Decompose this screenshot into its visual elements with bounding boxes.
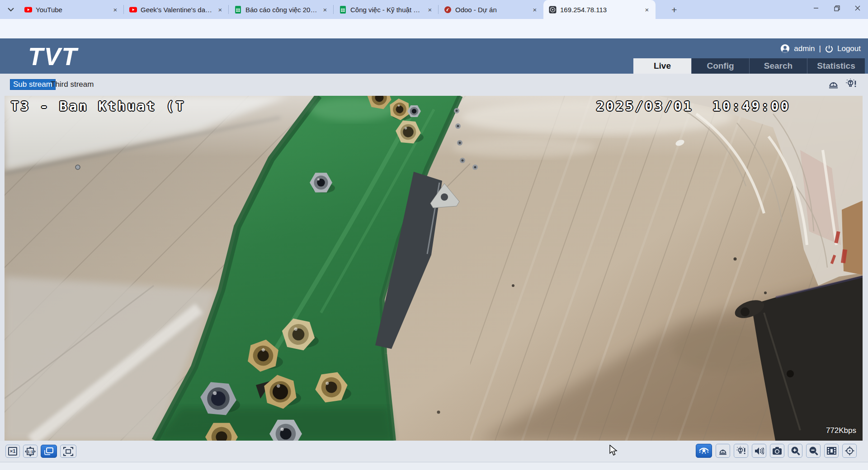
close-icon[interactable]: ×	[643, 5, 651, 14]
sub-stream-button[interactable]: Sub stream	[10, 79, 56, 90]
youtube-icon	[129, 6, 137, 14]
tab-live[interactable]: Live	[633, 58, 691, 74]
white-light-status-icon[interactable]	[845, 78, 858, 90]
zoom-out-button[interactable]	[806, 444, 821, 458]
tab-title: Geek's Valentine's day: Everbloc	[141, 6, 212, 14]
tab-bao-cao[interactable]: Báo cáo công việc 2024 - Goog ×	[229, 0, 334, 19]
browser-window: YouTube × Geek's Valentine's day: Everbl…	[0, 0, 868, 470]
youtube-icon	[24, 6, 32, 14]
close-icon[interactable]: ×	[216, 5, 224, 14]
scale-1x-icon: ×1	[8, 447, 18, 456]
live-view-toggle-button[interactable]	[696, 444, 712, 458]
sheets-icon	[234, 6, 242, 14]
maximize-icon	[834, 5, 840, 11]
alarm-icon	[718, 446, 728, 456]
mouse-cursor	[609, 445, 618, 456]
tab-config[interactable]: Config	[691, 58, 749, 74]
logout-button[interactable]: Logout	[837, 44, 861, 53]
alarm-button[interactable]	[716, 444, 730, 458]
chevron-down-icon	[8, 8, 14, 12]
tab-title: YouTube	[36, 6, 108, 14]
alarm-status-icon[interactable]	[827, 78, 840, 90]
minimize-button[interactable]	[806, 0, 826, 16]
snapshot-camera-icon	[772, 446, 782, 455]
camera-favicon-icon	[549, 6, 557, 14]
osd-timestamp: 2025/03/01 10:49:00	[596, 99, 790, 114]
odoo-icon	[444, 6, 452, 14]
camera-scene	[5, 96, 863, 441]
record-button[interactable]	[824, 444, 839, 458]
tab-title: Odoo - Dự án	[455, 6, 527, 14]
live-video-canvas[interactable]: T3 - Ban Kthuat (T 2025/03/01 10:49:00 7…	[5, 96, 863, 441]
maximize-button[interactable]	[826, 0, 847, 16]
user-icon	[780, 44, 790, 53]
close-icon[interactable]: ×	[531, 5, 539, 14]
eye-icon	[698, 447, 709, 455]
focus-button[interactable]	[842, 444, 857, 458]
close-window-button[interactable]	[847, 0, 868, 16]
close-icon[interactable]: ×	[321, 5, 329, 14]
speaker-icon	[754, 446, 764, 456]
username: admin	[794, 44, 815, 53]
zoom-in-icon	[791, 446, 800, 456]
stream-selector-bar: Sub stream Third stream	[0, 74, 868, 96]
minimize-icon	[813, 5, 819, 11]
snapshot-button[interactable]	[770, 444, 784, 458]
audio-button[interactable]	[752, 444, 766, 458]
tvt-logo: TVT	[28, 42, 78, 71]
zoom-out-icon	[809, 446, 818, 456]
close-icon	[855, 5, 860, 11]
original-size-icon: 1:1	[25, 446, 36, 456]
tab-search[interactable]: Search	[749, 58, 807, 74]
tab-title: Công việc - Kỹ thuật - Google T	[350, 6, 422, 14]
tab-statistics[interactable]: Statistics	[807, 58, 865, 74]
new-tab-button[interactable]: +	[668, 4, 680, 16]
white-light-icon	[736, 446, 746, 456]
svg-text:1:1: 1:1	[28, 449, 33, 454]
close-icon[interactable]: ×	[426, 5, 434, 14]
power-icon	[825, 45, 833, 53]
adaptive-view-button[interactable]	[41, 445, 57, 458]
fullscreen-button[interactable]	[60, 445, 76, 458]
tab-cong-viec[interactable]: Công việc - Kỹ thuật - Google T ×	[334, 0, 439, 19]
fullscreen-icon	[63, 447, 73, 456]
zoom-in-button[interactable]	[788, 444, 802, 458]
tab-odoo[interactable]: Odoo - Dự án ×	[439, 0, 543, 19]
original-size-button[interactable]: 1:1	[23, 445, 38, 458]
adaptive-view-icon	[44, 447, 54, 456]
tab-title: 169.254.78.113	[560, 6, 639, 14]
tab-strip: YouTube × Geek's Valentine's day: Everbl…	[0, 0, 868, 19]
player-controls-bar: ×1 1:1	[0, 441, 868, 462]
tab-geeks-valentine[interactable]: Geek's Valentine's day: Everbloc ×	[124, 0, 229, 19]
close-icon[interactable]: ×	[111, 5, 119, 14]
scale-1x-button[interactable]: ×1	[5, 445, 20, 458]
film-strip-icon	[826, 446, 837, 455]
browser-toolbar: Không bảo mật 169.254.78.113	[0, 19, 868, 38]
tab-title: Báo cáo công việc 2024 - Goog	[245, 6, 317, 14]
tab-youtube[interactable]: YouTube ×	[19, 0, 124, 19]
tab-camera-active[interactable]: 169.254.78.113 ×	[543, 0, 656, 19]
focus-crosshair-icon	[845, 446, 854, 456]
third-stream-button[interactable]: Third stream	[51, 79, 94, 90]
sheets-icon	[339, 6, 347, 14]
osd-camera-title: T3 - Ban Kthuat (T	[11, 99, 185, 114]
app-header: TVT admin | Logout Live Config Search St…	[0, 38, 868, 74]
tab-search-button[interactable]	[5, 4, 17, 16]
bitrate-label: 772Kbps	[826, 426, 856, 435]
page-footer-strip	[0, 462, 868, 470]
divider: |	[819, 44, 821, 53]
white-light-button[interactable]	[734, 444, 748, 458]
